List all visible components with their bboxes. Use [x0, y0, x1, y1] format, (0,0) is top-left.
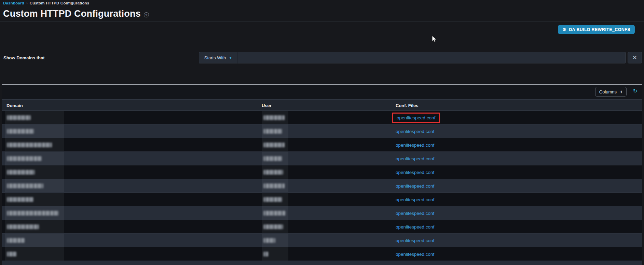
table-row: openlitespeed.conf [2, 220, 642, 234]
build-button-label: DA BUILD REWRITE_CONFS [569, 27, 630, 32]
table-row: openlitespeed.conf [2, 247, 642, 261]
table-row: openlitespeed.conf [2, 124, 642, 138]
breadcrumb-dashboard-link[interactable]: Dashboard [3, 1, 24, 5]
table-row: openlitespeed.conf [2, 111, 642, 124]
conf-file-link[interactable]: openlitespeed.conf [396, 183, 434, 189]
columns-dropdown-label: Columns [599, 89, 617, 94]
table-body: openlitespeed.confopenlitespeed.confopen… [2, 111, 642, 261]
table-toolbar: Columns ▲▼ ↻ [2, 85, 642, 99]
refresh-icon[interactable]: ↻ [633, 88, 638, 94]
redacted-domain [5, 206, 64, 220]
breadcrumb-current: Custom HTTPD Configurations [30, 1, 90, 5]
redacted-user [262, 234, 288, 247]
conf-file-link[interactable]: openlitespeed.conf [396, 197, 434, 202]
redacted-user [262, 179, 288, 192]
redacted-user [262, 193, 288, 206]
redacted-user [262, 165, 288, 179]
table-row: openlitespeed.conf [2, 152, 642, 165]
table-row: openlitespeed.conf [2, 138, 642, 152]
conf-file-link[interactable]: openlitespeed.conf [396, 129, 434, 134]
breadcrumb-separator-icon: › [26, 1, 28, 5]
redacted-domain [5, 165, 64, 179]
conf-file-link[interactable]: openlitespeed.conf [396, 224, 434, 230]
da-build-rewrite-confs-button[interactable]: ⚙ DA BUILD REWRITE_CONFS [558, 25, 635, 34]
redacted-user [262, 206, 288, 220]
conf-file-link[interactable]: openlitespeed.conf [392, 113, 440, 123]
redacted-user [262, 111, 288, 124]
filter-label: Show Domains that [3, 52, 45, 63]
table-header-row: Domain User Conf. Files [2, 99, 642, 111]
redacted-user [262, 124, 288, 138]
conf-file-link[interactable]: openlitespeed.conf [396, 252, 434, 257]
columns-dropdown[interactable]: Columns ▲▼ [595, 87, 627, 97]
page-title: Custom HTTPD Configurations [3, 9, 141, 19]
column-header-conf-files[interactable]: Conf. Files [396, 100, 418, 111]
help-icon[interactable]: ? [144, 12, 149, 17]
redacted-domain [5, 220, 64, 233]
column-header-user[interactable]: User [262, 100, 272, 111]
clear-search-button[interactable]: ✕ [628, 52, 642, 63]
conf-file-link[interactable]: openlitespeed.conf [396, 238, 434, 243]
match-type-dropdown[interactable]: Starts With ▼ [199, 52, 237, 63]
table-row: openlitespeed.conf [2, 193, 642, 206]
domain-filter-bar: Starts With ▼ ✕ [199, 52, 642, 63]
redacted-domain [5, 193, 64, 206]
redacted-domain [5, 111, 64, 124]
table-panel: Columns ▲▼ ↻ Domain User Conf. Files ope… [2, 84, 642, 265]
table-row: openlitespeed.conf [2, 165, 642, 179]
redacted-domain [5, 124, 64, 138]
partial-next-row [2, 261, 642, 265]
mouse-cursor [432, 35, 437, 43]
conf-file-link[interactable]: openlitespeed.conf [396, 211, 434, 216]
header-divider [0, 21, 644, 21]
domain-search-input[interactable] [237, 52, 626, 63]
redacted-domain [5, 179, 64, 192]
conf-file-link[interactable]: openlitespeed.conf [396, 156, 434, 161]
redacted-domain [5, 138, 64, 151]
breadcrumb: Dashboard›Custom HTTPD Configurations [3, 1, 89, 5]
table-row: openlitespeed.conf [2, 234, 642, 247]
conf-file-link[interactable]: openlitespeed.conf [396, 170, 434, 175]
chevron-updown-icon: ▲▼ [620, 90, 622, 93]
close-icon: ✕ [633, 55, 637, 61]
table-row: openlitespeed.conf [2, 179, 642, 193]
redacted-domain [5, 152, 64, 165]
redacted-domain [5, 234, 64, 247]
conf-file-link[interactable]: openlitespeed.conf [396, 143, 434, 148]
chevron-down-icon: ▼ [229, 56, 232, 60]
redacted-user [262, 138, 288, 151]
redacted-user [262, 220, 288, 233]
redacted-domain [5, 247, 64, 261]
redacted-user [262, 247, 288, 261]
column-header-domain[interactable]: Domain [6, 100, 23, 111]
match-type-value: Starts With [204, 55, 226, 60]
gear-icon: ⚙ [562, 27, 566, 32]
redacted-user [262, 152, 288, 165]
table-row: openlitespeed.conf [2, 206, 642, 220]
